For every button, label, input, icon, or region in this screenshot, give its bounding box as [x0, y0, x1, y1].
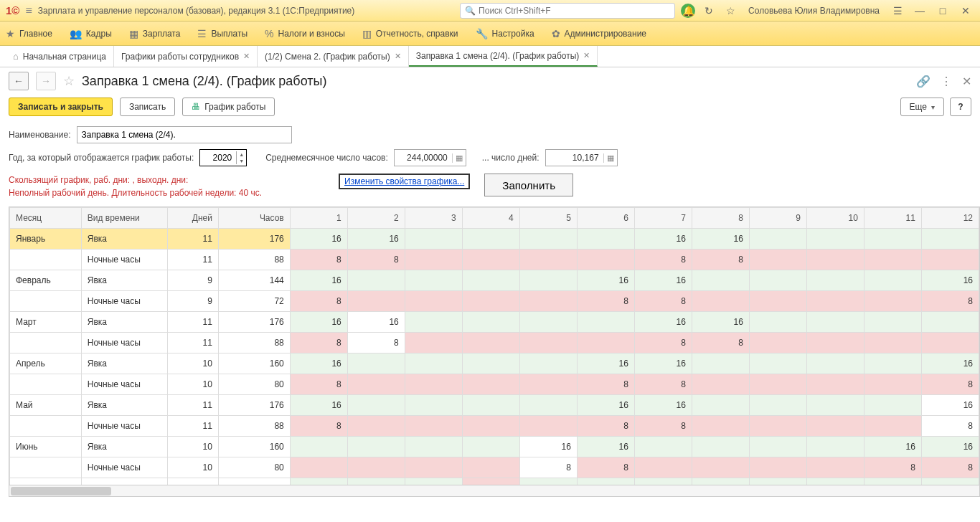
- cell[interactable]: [577, 312, 634, 333]
- cell[interactable]: 8: [519, 457, 577, 478]
- cell[interactable]: 11: [168, 416, 219, 437]
- cell[interactable]: [462, 374, 519, 395]
- cell[interactable]: 88: [218, 416, 290, 437]
- cell[interactable]: [405, 250, 462, 270]
- cell[interactable]: [462, 250, 519, 270]
- cell[interactable]: [290, 437, 347, 457]
- cell[interactable]: Ночные часы: [81, 250, 168, 270]
- cell[interactable]: [864, 395, 921, 416]
- cell[interactable]: 11: [168, 395, 219, 416]
- table-row[interactable]: Ночные часы11888888: [10, 416, 979, 437]
- tab-close-icon[interactable]: ✕: [243, 52, 250, 61]
- cell[interactable]: [921, 312, 979, 333]
- cell[interactable]: Июль: [10, 478, 82, 485]
- horizontal-scrollbar[interactable]: [9, 485, 979, 496]
- cell[interactable]: 11: [168, 333, 219, 353]
- cell[interactable]: [864, 416, 921, 437]
- cell[interactable]: [806, 312, 864, 333]
- cell[interactable]: 10: [168, 353, 219, 374]
- col-header[interactable]: Дней: [168, 208, 219, 229]
- cell[interactable]: 10: [168, 374, 219, 395]
- year-spinner[interactable]: ▲▼: [199, 149, 247, 166]
- cell[interactable]: [692, 291, 749, 312]
- cell[interactable]: 8: [290, 416, 347, 437]
- cell[interactable]: [749, 437, 806, 457]
- menu-item[interactable]: ✿Администрирование: [552, 28, 646, 39]
- cell[interactable]: 8: [921, 416, 979, 437]
- cell[interactable]: Явка: [81, 312, 168, 333]
- maximize-button[interactable]: □: [934, 5, 951, 16]
- col-header[interactable]: Месяц: [10, 208, 82, 229]
- cell[interactable]: [519, 229, 577, 250]
- calc-icon-2[interactable]: ▦: [603, 153, 617, 163]
- cell[interactable]: 16: [577, 270, 634, 291]
- cell[interactable]: [462, 291, 519, 312]
- cell[interactable]: [692, 353, 749, 374]
- cell[interactable]: [347, 291, 405, 312]
- cell[interactable]: 8: [634, 333, 692, 353]
- menu-item[interactable]: ★Главное: [6, 28, 52, 39]
- cell[interactable]: 8: [634, 374, 692, 395]
- cell[interactable]: 16: [577, 478, 634, 485]
- menu-item[interactable]: %Налоги и взносы: [265, 28, 345, 39]
- cell[interactable]: 80: [218, 457, 290, 478]
- cell[interactable]: [692, 395, 749, 416]
- cell[interactable]: 8: [634, 250, 692, 270]
- cell[interactable]: 16: [577, 437, 634, 457]
- cell[interactable]: [806, 478, 864, 485]
- spin-down[interactable]: ▼: [237, 158, 246, 164]
- cell[interactable]: 16: [290, 395, 347, 416]
- help-button[interactable]: ?: [950, 98, 971, 116]
- table-row[interactable]: Ночные часы11888888: [10, 250, 979, 270]
- cell[interactable]: 8: [290, 374, 347, 395]
- cell[interactable]: [692, 478, 749, 485]
- cell[interactable]: [10, 291, 82, 312]
- cell[interactable]: 88: [218, 333, 290, 353]
- cell[interactable]: [10, 416, 82, 437]
- cell[interactable]: Июнь: [10, 437, 82, 457]
- cell[interactable]: 16: [634, 270, 692, 291]
- cell[interactable]: 8: [347, 333, 405, 353]
- cell[interactable]: Явка: [81, 353, 168, 374]
- cell[interactable]: [864, 353, 921, 374]
- cell[interactable]: 16: [290, 353, 347, 374]
- cell[interactable]: Явка: [81, 229, 168, 250]
- grid-body[interactable]: МесяцВид времениДнейЧасов123456789101112…: [9, 207, 979, 485]
- cell[interactable]: [634, 478, 692, 485]
- cell[interactable]: [749, 312, 806, 333]
- col-header[interactable]: 9: [749, 208, 806, 229]
- col-header[interactable]: 1: [290, 208, 347, 229]
- cell[interactable]: 11: [168, 312, 219, 333]
- cell[interactable]: [806, 333, 864, 353]
- cell[interactable]: 16: [519, 437, 577, 457]
- change-props-label[interactable]: Изменить свойства графика...: [344, 176, 464, 186]
- col-header[interactable]: 4: [462, 208, 519, 229]
- cell[interactable]: [519, 353, 577, 374]
- cell[interactable]: [405, 229, 462, 250]
- cell[interactable]: [577, 229, 634, 250]
- cell[interactable]: [519, 250, 577, 270]
- table-row[interactable]: МартЯвка1117616161616: [10, 312, 979, 333]
- cell[interactable]: Явка: [81, 478, 168, 485]
- cell[interactable]: 16: [634, 353, 692, 374]
- cell[interactable]: [462, 353, 519, 374]
- cell[interactable]: [692, 457, 749, 478]
- more-button[interactable]: Еще: [900, 98, 944, 116]
- cell[interactable]: 16: [577, 395, 634, 416]
- cell[interactable]: 16: [864, 478, 921, 485]
- cell[interactable]: [864, 250, 921, 270]
- cell[interactable]: [577, 333, 634, 353]
- cell[interactable]: [864, 270, 921, 291]
- cell[interactable]: 8: [634, 416, 692, 437]
- cell[interactable]: [519, 416, 577, 437]
- cell[interactable]: 16: [864, 437, 921, 457]
- cell[interactable]: Явка: [81, 437, 168, 457]
- cell[interactable]: [462, 270, 519, 291]
- cell[interactable]: [347, 478, 405, 485]
- cell[interactable]: 16: [347, 312, 405, 333]
- cell[interactable]: [692, 374, 749, 395]
- name-input[interactable]: [77, 126, 292, 143]
- col-header[interactable]: 3: [405, 208, 462, 229]
- minimize-button[interactable]: —: [911, 5, 928, 16]
- cell[interactable]: [462, 229, 519, 250]
